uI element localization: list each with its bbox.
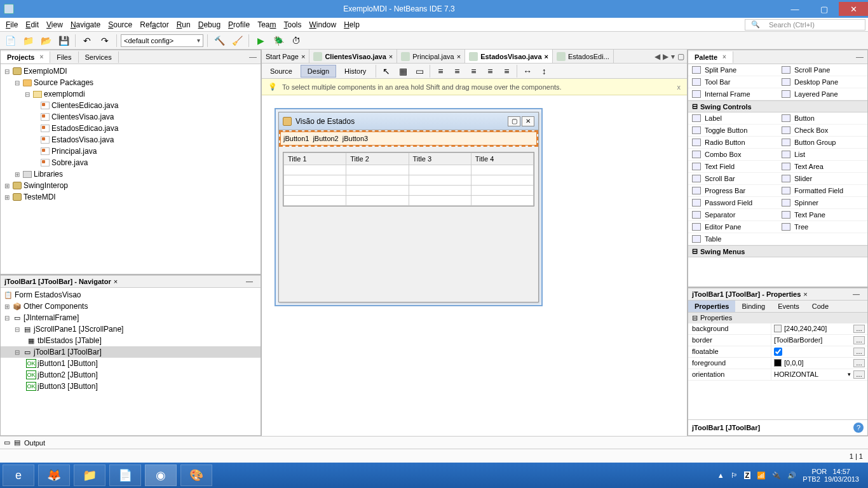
output-tab[interactable]: Output — [24, 439, 45, 447]
palette-item[interactable]: Desktop Pane — [778, 76, 867, 88]
tab-projects[interactable]: Projects× — [1, 51, 50, 63]
open-button[interactable]: 📂 — [38, 34, 53, 48]
subtab-design[interactable]: Design — [301, 65, 336, 78]
palette-item[interactable]: Tool Bar — [688, 76, 778, 88]
maximize-editor-icon[interactable]: ▢ — [677, 52, 684, 61]
button-node[interactable]: jButton1 [JButton] — [37, 359, 98, 368]
new-project-button[interactable]: 📁 — [20, 34, 36, 48]
jbutton1[interactable]: jButton1 — [283, 135, 309, 142]
palette-category[interactable]: ⊟Swing Menus — [688, 245, 867, 257]
palette-item[interactable]: Text Area — [778, 161, 867, 173]
tab-clientes-visao[interactable]: ClientesVisao.java× — [309, 50, 397, 64]
taskbar-libreoffice[interactable]: 📄 — [109, 464, 141, 486]
props-tab-code[interactable]: Code — [806, 301, 835, 312]
profile-button[interactable]: ⏱ — [288, 34, 304, 48]
align-bottom-button[interactable]: ≡ — [499, 64, 514, 78]
menu-edit[interactable]: Edit — [22, 19, 42, 30]
palette-item[interactable]: Tree — [778, 221, 867, 233]
palette-item[interactable]: Radio Button — [688, 137, 778, 149]
palette-item[interactable]: Text Field — [688, 161, 778, 173]
undo-button[interactable]: ↶ — [79, 34, 95, 48]
tray-power-icon[interactable]: 🔌 — [772, 471, 781, 480]
palette-item[interactable]: Separator — [688, 209, 778, 221]
taskbar-ie[interactable]: e — [3, 464, 34, 486]
palette-item[interactable]: Text Pane — [778, 209, 867, 221]
scroll-left-icon[interactable]: ◀ — [654, 52, 660, 61]
tab-palette[interactable]: Palette× — [688, 51, 733, 63]
props-tab-properties[interactable]: Properties — [688, 301, 735, 312]
menu-window[interactable]: Window — [306, 19, 340, 30]
project-node[interactable]: TesteMDI — [24, 193, 56, 201]
button-node[interactable]: jButton3 [JButton] — [37, 382, 98, 391]
property-checkbox[interactable] — [774, 348, 782, 356]
props-tab-binding[interactable]: Binding — [735, 301, 771, 312]
tray-flag-icon[interactable]: 🏳 — [731, 471, 738, 479]
close-button[interactable]: ✕ — [839, 2, 868, 16]
resize-v-button[interactable]: ↕ — [536, 64, 552, 78]
menu-team[interactable]: Team — [254, 19, 279, 30]
palette-item[interactable]: Combo Box — [688, 149, 778, 161]
toolbar-node[interactable]: jToolBar1 [JToolBar] — [34, 348, 102, 356]
help-icon[interactable]: ? — [853, 423, 864, 433]
close-icon[interactable]: × — [722, 53, 726, 60]
property-row[interactable]: foreground[0,0,0]… — [688, 358, 867, 369]
palette-item[interactable]: Toggle Button — [688, 125, 778, 137]
menu-debug[interactable]: Debug — [195, 19, 224, 30]
palette-item[interactable]: Check Box — [778, 125, 867, 137]
new-file-button[interactable]: 📄 — [3, 34, 18, 48]
navigator-tree[interactable]: 📋Form EstadosVisao ⊞📦Other Components ⊟▭… — [1, 288, 261, 435]
close-icon[interactable]: × — [803, 290, 807, 298]
minimize-panel-button[interactable]: — — [852, 53, 867, 62]
subtab-history[interactable]: History — [337, 65, 373, 78]
jbutton2[interactable]: jButton2 — [313, 135, 338, 142]
maximize-button[interactable]: ▢ — [810, 2, 839, 16]
preview-button[interactable]: ▭ — [412, 64, 427, 78]
close-hint-button[interactable]: x — [677, 83, 681, 91]
palette-item[interactable]: Progress Bar — [688, 185, 778, 197]
tab-start-page[interactable]: Start Page× — [262, 50, 309, 64]
save-all-button[interactable]: 💾 — [56, 34, 71, 48]
property-row[interactable]: floatable… — [688, 346, 867, 358]
palette-item[interactable]: Scroll Pane — [778, 64, 867, 76]
resize-h-button[interactable]: ↔ — [520, 64, 535, 78]
table-node[interactable]: tblEstados [JTable] — [37, 336, 102, 345]
close-icon[interactable]: × — [545, 53, 548, 60]
menu-run[interactable]: Run — [173, 19, 194, 30]
restore-windows-icon[interactable]: ▭ — [4, 438, 10, 447]
menu-profile[interactable]: Profile — [225, 19, 253, 30]
palette-item[interactable] — [778, 233, 867, 245]
palette-item[interactable]: Button — [778, 112, 867, 125]
minimize-button[interactable]: — — [780, 2, 810, 16]
taskbar-explorer[interactable]: 📁 — [74, 464, 105, 486]
table-header[interactable]: Title 3 — [409, 153, 471, 165]
ellipsis-button[interactable]: … — [853, 325, 865, 333]
projects-tree[interactable]: ⊟ExemploMDI ⊟Source Packages ⊟exemplomdi… — [1, 64, 261, 274]
close-icon[interactable]: × — [457, 53, 461, 60]
tab-files[interactable]: Files — [50, 51, 78, 63]
tray-network-icon[interactable]: 📶 — [757, 471, 766, 480]
ellipsis-button[interactable]: … — [853, 359, 865, 367]
minimize-panel-button[interactable]: — — [242, 278, 257, 285]
palette-category[interactable]: ⊟Swing Controls — [688, 100, 867, 112]
tab-principal[interactable]: Principal.java× — [397, 50, 465, 64]
build-button[interactable]: 🔨 — [212, 34, 227, 48]
properties-section[interactable]: ⊟Properties — [688, 313, 867, 323]
taskbar-netbeans[interactable]: ◉ — [145, 464, 177, 486]
internal-frame-node[interactable]: [JInternalFrame] — [24, 313, 79, 322]
file-node[interactable]: EstadosVisao.java — [51, 135, 114, 144]
menu-file[interactable]: File — [3, 19, 21, 30]
file-node[interactable]: ClientesEdicao.java — [51, 101, 118, 110]
project-node[interactable]: SwingInterop — [24, 181, 68, 190]
palette-item[interactable]: Label — [688, 112, 778, 125]
align-center-button[interactable]: ≡ — [449, 64, 465, 78]
palette-item[interactable]: Button Group — [778, 137, 867, 149]
palette-item[interactable]: Table — [688, 233, 778, 245]
palette-item[interactable]: Layered Pane — [778, 88, 867, 100]
debug-button[interactable]: 🪲 — [271, 34, 286, 48]
property-row[interactable]: border[ToolBarBorder]… — [688, 335, 867, 346]
clean-build-button[interactable]: 🧹 — [229, 34, 245, 48]
redo-button[interactable]: ↷ — [97, 34, 112, 48]
table-header[interactable]: Title 1 — [284, 153, 346, 165]
tab-estados-edicao[interactable]: EstadosEdi... — [553, 50, 614, 64]
package-node[interactable]: exemplomdi — [44, 90, 85, 98]
